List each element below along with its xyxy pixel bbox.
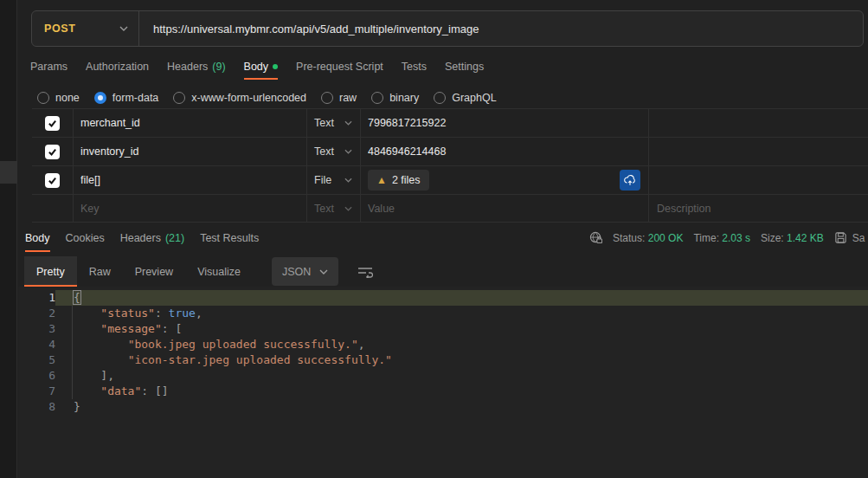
check-icon (48, 119, 57, 128)
format-dropdown[interactable]: JSON (272, 257, 338, 286)
view-tab-raw[interactable]: Raw (77, 256, 123, 287)
tab-params[interactable]: Params (30, 54, 68, 80)
line-number: 5 (18, 352, 55, 368)
postman-window: POST ParamsAuthorizationHeaders(9)BodyPr… (0, 0, 868, 478)
line-number: 7 (18, 384, 55, 399)
request-tabs: ParamsAuthorizationHeaders(9)BodyPre-req… (30, 54, 868, 80)
status-field: Status: 200 OK (613, 232, 683, 244)
description-field[interactable] (657, 203, 868, 215)
chevron-down-icon (344, 120, 353, 126)
line-number: 2 (18, 306, 55, 321)
type-dropdown[interactable]: Text (307, 195, 361, 222)
key-field[interactable] (80, 145, 306, 158)
globe-lock-icon (589, 231, 602, 244)
row-checkbox[interactable] (45, 145, 60, 159)
view-tabs: PrettyRawPreviewVisualize (24, 256, 253, 287)
radio-icon (37, 92, 49, 104)
tab-pre-request-script[interactable]: Pre-request Script (296, 54, 383, 80)
description-field[interactable] (657, 145, 868, 158)
tab-tests[interactable]: Tests (402, 54, 427, 80)
radio-icon (371, 92, 383, 104)
line-text: "status": true, (55, 306, 868, 321)
tab-count: (9) (212, 61, 225, 73)
size-field: Size: 1.42 KB (761, 232, 824, 244)
wrap-lines-icon (357, 266, 373, 278)
body-mode-graphql[interactable]: GraphQL (434, 92, 496, 104)
code-lines: 1{2 "status": true,3 "message": [4 "book… (18, 290, 868, 415)
table-row: Text (32, 108, 868, 137)
response-body-editor[interactable]: 1{2 "status": true,3 "message": [4 "book… (18, 287, 868, 478)
chevron-down-icon (319, 269, 328, 275)
wrap-lines-button[interactable] (357, 266, 373, 278)
row-checkbox[interactable] (45, 173, 60, 188)
line-text: ], (55, 368, 868, 384)
type-dropdown[interactable]: Text (307, 109, 361, 137)
save-icon (834, 231, 847, 244)
time-field: Time: 2.03 s (693, 232, 750, 244)
line-text: "data": [] (55, 384, 868, 399)
response-tab-body[interactable]: Body (25, 223, 50, 252)
line-text: "book.jpeg uploaded successfully.", (55, 337, 868, 352)
radio-icon (434, 92, 446, 104)
code-line: 8} (18, 399, 868, 415)
tab-headers[interactable]: Headers(9) (167, 54, 226, 80)
line-number: 6 (18, 368, 55, 384)
cloud-upload-icon (623, 173, 637, 187)
body-mode-raw[interactable]: raw (321, 92, 357, 104)
tab-authorization[interactable]: Authorization (86, 54, 149, 80)
code-line: 4 "book.jpeg uploaded successfully.", (18, 337, 868, 352)
body-mode-none[interactable]: none (37, 92, 80, 104)
table-row: File ▲ 2 files (32, 165, 868, 194)
description-field[interactable] (657, 117, 868, 129)
tab-body[interactable]: Body (244, 54, 279, 80)
tab-settings[interactable]: Settings (445, 54, 484, 80)
type-dropdown[interactable]: File (307, 166, 361, 194)
line-number: 1 (18, 290, 55, 306)
view-tab-visualize[interactable]: Visualize (185, 256, 253, 287)
line-number: 3 (18, 321, 55, 337)
tab-count: (21) (165, 232, 184, 244)
chevron-down-icon (344, 149, 353, 154)
code-line: 1{ (18, 290, 868, 306)
url-input[interactable] (139, 23, 863, 36)
check-icon (48, 147, 57, 157)
radio-icon (94, 92, 106, 104)
response-tab-cookies[interactable]: Cookies (66, 223, 105, 252)
form-data-table: Text Text File ▲ 2 files (32, 108, 868, 223)
value-field[interactable] (368, 117, 648, 129)
response-tab-test-results[interactable]: Test Results (200, 223, 259, 252)
save-response-button[interactable]: Sa (834, 231, 865, 244)
key-field[interactable] (80, 174, 306, 186)
status-value: 200 OK (648, 232, 684, 244)
code-line: 7 "data": [] (18, 384, 868, 399)
body-mode-binary[interactable]: binary (371, 92, 419, 104)
table-row-empty: Text (32, 194, 868, 223)
row-checkbox[interactable] (45, 116, 60, 131)
radio-icon (173, 92, 185, 104)
cloud-upload-button[interactable] (620, 170, 640, 191)
response-tab-headers[interactable]: Headers(21) (120, 223, 184, 252)
line-text: "icon-star.jpeg uploaded successfully." (55, 352, 868, 368)
view-tab-pretty[interactable]: Pretty (24, 256, 77, 287)
body-mode-form-data[interactable]: form-data (94, 92, 159, 104)
code-line: 3 "message": [ (18, 321, 868, 337)
line-text: "message": [ (55, 321, 868, 337)
description-field[interactable] (657, 174, 868, 186)
value-field[interactable] (368, 145, 648, 158)
collapsed-sidebar[interactable] (0, 0, 17, 478)
key-field[interactable] (80, 117, 306, 129)
sidebar-highlight[interactable] (0, 161, 17, 184)
method-selector[interactable]: POST (32, 11, 139, 46)
line-text: } (55, 399, 868, 415)
request-panel: POST ParamsAuthorizationHeaders(9)BodyPr… (18, 0, 868, 478)
line-number: 8 (18, 399, 55, 415)
body-mode-x-www-form-urlencoded[interactable]: x-www-form-urlencoded (173, 92, 306, 104)
view-tab-preview[interactable]: Preview (123, 256, 185, 287)
time-value: 2.03 s (722, 232, 750, 244)
files-badge[interactable]: ▲ 2 files (368, 170, 429, 191)
network-info-button[interactable] (589, 231, 602, 244)
key-field[interactable] (80, 203, 306, 215)
code-line: 2 "status": true, (18, 306, 868, 321)
type-dropdown[interactable]: Text (307, 138, 361, 165)
value-field[interactable] (368, 203, 648, 215)
